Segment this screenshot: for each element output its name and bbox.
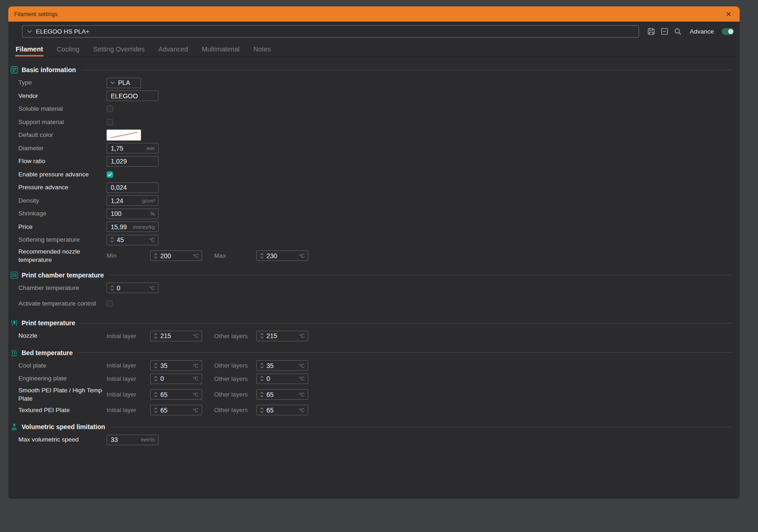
initial-layer-label: Initial layer	[107, 391, 150, 398]
nozzle-temp-max-input[interactable]: 230 °C	[256, 250, 308, 261]
spinner-arrows[interactable]	[260, 407, 264, 413]
section-basic-information: Basic information	[10, 64, 733, 75]
enable-pressure-advance-checkbox[interactable]	[107, 171, 113, 178]
row-engineering-plate: Engineering plate Initial layer 0 °C Oth…	[10, 372, 733, 385]
spinner-arrows[interactable]	[154, 253, 158, 259]
field-label: Default color	[18, 131, 107, 139]
print-chamber-temperature-icon	[10, 271, 18, 279]
pressure-advance-value: 0,024	[107, 184, 127, 191]
field-label: Cool plate	[18, 362, 107, 370]
max-volumetric-speed-unit: mm³/s	[141, 437, 158, 442]
preset-toolbar: ELEGOO HS PLA+	[8, 25, 740, 38]
advance-toggle[interactable]	[722, 28, 734, 35]
advance-label: Advance	[690, 28, 714, 35]
smooth-pei-initial-input[interactable]: 65 °C	[150, 389, 202, 400]
spinner-arrows[interactable]	[154, 376, 158, 381]
section-print-temperature: Print temperature	[10, 317, 733, 328]
row-density: Density 1,24 g/cm³	[10, 194, 733, 208]
row-support-material: Support material	[10, 116, 733, 129]
nozzle-initial-layer-input[interactable]: 215 °C	[150, 331, 202, 341]
default-color-swatch[interactable]	[107, 130, 141, 141]
spinner-arrows[interactable]	[260, 392, 264, 397]
smooth-pei-other-input[interactable]: 65 °C	[256, 389, 308, 400]
section-title: Bed temperature	[22, 349, 73, 357]
type-value: PLA	[115, 79, 130, 86]
row-smooth-pei-plate: Smooth PEI Plate / High Temp Plate Initi…	[10, 385, 733, 404]
engineering-plate-initial-input[interactable]: 0 °C	[150, 374, 202, 384]
activate-temperature-control-checkbox[interactable]	[107, 300, 113, 307]
cool-plate-initial-input[interactable]: 35 °C	[150, 360, 202, 371]
chamber-temperature-input[interactable]: 0 °C	[107, 283, 158, 293]
spinner-arrows[interactable]	[260, 253, 264, 259]
price-input[interactable]: 15,99 money/kg	[107, 221, 158, 232]
flow-ratio-input[interactable]: 1,029	[107, 156, 158, 167]
field-label: Engineering plate	[18, 374, 107, 383]
section-bed-temperature: Bed temperature	[10, 347, 733, 358]
spinner-arrows[interactable]	[110, 285, 114, 291]
field-label: Softening temperature	[18, 236, 107, 244]
spinner-arrows[interactable]	[110, 237, 114, 243]
tab-filament[interactable]: Filament	[15, 44, 44, 57]
other-layers-label: Other layers	[214, 333, 256, 340]
spinner-arrows[interactable]	[260, 333, 264, 339]
spinner-arrows[interactable]	[154, 363, 158, 368]
tab-multimaterial[interactable]: Multimaterial	[201, 44, 240, 57]
type-dropdown[interactable]: PLA	[107, 78, 141, 88]
vendor-input[interactable]: ELEGOO	[107, 91, 158, 101]
nozzle-temp-min-input[interactable]: 200 °C	[150, 250, 202, 261]
spinner-arrows[interactable]	[260, 376, 264, 381]
search-icon[interactable]	[673, 27, 682, 36]
close-icon[interactable]: ✕	[724, 10, 733, 18]
tab-advanced[interactable]: Advanced	[158, 44, 189, 57]
tab-setting-overrides[interactable]: Setting Overrides	[93, 44, 145, 57]
section-title: Print temperature	[22, 319, 75, 327]
section-title: Print chamber temperature	[22, 272, 104, 279]
temperature-unit: °C	[193, 392, 202, 397]
field-label: Vendor	[18, 92, 107, 100]
save-icon[interactable]	[646, 27, 656, 36]
temperature-unit: °C	[193, 376, 202, 381]
density-unit: g/cm³	[142, 198, 158, 204]
row-softening-temperature: Softening temperature 45 °C	[10, 233, 733, 247]
temperature-unit: °C	[299, 392, 308, 397]
support-material-checkbox[interactable]	[107, 119, 113, 125]
bed-temperature-icon	[10, 349, 18, 357]
nozzle-other-layers-value: 215	[264, 332, 277, 340]
soluble-material-checkbox[interactable]	[107, 106, 113, 112]
shrinkage-unit: %	[150, 211, 158, 216]
preset-dropdown[interactable]: ELEGOO HS PLA+	[22, 25, 639, 38]
max-volumetric-speed-input[interactable]: 33 mm³/s	[107, 435, 158, 445]
temperature-unit: °C	[193, 407, 202, 413]
temperature-unit: °C	[299, 407, 308, 413]
field-label: Activate temperature control	[18, 300, 107, 308]
other-layers-label: Other layers	[214, 362, 256, 369]
pressure-advance-input[interactable]: 0,024	[107, 182, 158, 193]
nozzle-other-layers-input[interactable]: 215 °C	[256, 331, 308, 341]
row-shrinkage: Shrinkage 100 %	[10, 207, 733, 221]
max-label: Max	[214, 252, 256, 259]
softening-temperature-input[interactable]: 45 °C	[107, 235, 158, 245]
titlebar: Filament settings ✕	[8, 6, 740, 22]
field-label: Enable pressure advance	[18, 170, 107, 179]
row-textured-pei-plate: Textured PEI Plate Initial layer 65 °C O…	[10, 404, 733, 417]
textured-pei-other-input[interactable]: 65 °C	[256, 405, 308, 415]
nozzle-temp-max-value: 230	[264, 252, 277, 260]
temperature-unit: °C	[299, 376, 308, 381]
spinner-arrows[interactable]	[154, 392, 158, 397]
density-input[interactable]: 1,24 g/cm³	[107, 195, 158, 206]
shrinkage-input[interactable]: 100 %	[107, 209, 158, 219]
diameter-input[interactable]: 1,75 mm	[107, 143, 158, 153]
spinner-arrows[interactable]	[154, 333, 158, 339]
engineering-plate-other-input[interactable]: 0 °C	[256, 374, 308, 384]
spinner-arrows[interactable]	[154, 407, 158, 413]
row-type: Type PLA	[10, 76, 733, 90]
spinner-arrows[interactable]	[260, 363, 264, 368]
temperature-unit: °C	[299, 363, 308, 368]
temperature-unit: °C	[299, 253, 308, 259]
tab-cooling[interactable]: Cooling	[57, 44, 80, 57]
textured-pei-initial-input[interactable]: 65 °C	[150, 405, 202, 415]
cool-plate-other-input[interactable]: 35 °C	[256, 360, 308, 371]
tab-notes[interactable]: Notes	[253, 44, 272, 57]
row-activate-temperature-control: Activate temperature control	[10, 294, 733, 313]
remove-preset-icon[interactable]	[660, 27, 669, 36]
